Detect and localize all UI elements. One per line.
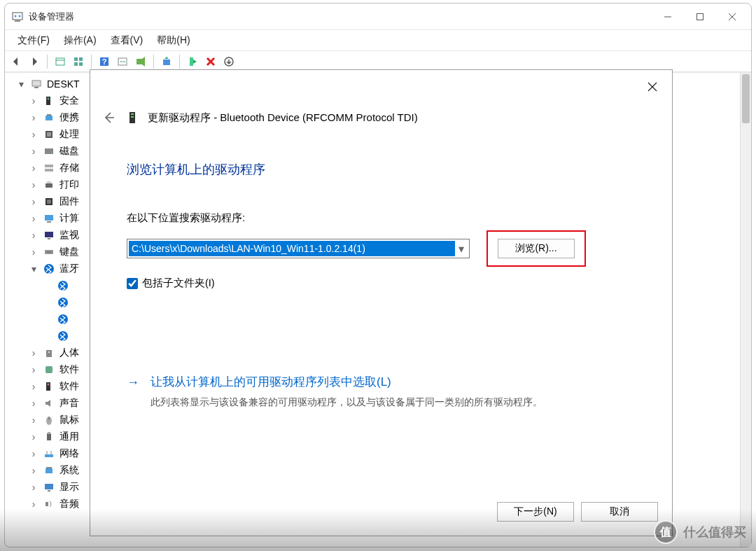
tree-item-label: 音频	[59, 498, 79, 510]
chevron-icon[interactable]: ›	[29, 180, 38, 190]
chevron-icon[interactable]: ›	[29, 449, 38, 459]
tree-item-label: 人体	[59, 347, 79, 359]
svg-rect-8	[56, 58, 64, 65]
include-subfolders-checkbox[interactable]	[127, 278, 138, 289]
dialog-close-button[interactable]	[638, 76, 666, 98]
svg-rect-11	[79, 57, 83, 61]
svg-rect-63	[46, 467, 52, 468]
display-icon	[43, 481, 55, 494]
chevron-icon[interactable]: ›	[29, 214, 38, 223]
watermark: 值 什么值得买	[654, 520, 746, 544]
scrollbar-vertical[interactable]	[740, 73, 751, 547]
chevron-icon[interactable]: ›	[29, 432, 38, 442]
audio-icon	[43, 397, 55, 410]
path-combobox[interactable]: ▾	[127, 239, 470, 258]
arrow-right-icon: →	[127, 375, 139, 410]
computer-icon	[30, 78, 43, 90]
chevron-icon[interactable]: ›	[29, 466, 38, 475]
chevron-down-icon[interactable]: ▾	[16, 79, 26, 89]
path-input[interactable]	[129, 241, 455, 256]
menu-file[interactable]: 文件(F)	[10, 32, 57, 49]
svg-rect-65	[48, 490, 50, 491]
tree-root-label: DESKT	[47, 78, 80, 90]
chevron-icon[interactable]: ›	[29, 146, 38, 156]
tree-item-label: 鼠标	[59, 414, 79, 426]
update-driver-dialog: 更新驱动程序 - Bluetooth Device (RFCOMM Protoc…	[90, 69, 673, 536]
svg-text:?: ?	[102, 57, 107, 66]
svg-point-32	[51, 152, 52, 153]
chevron-down-icon[interactable]: ▾	[455, 239, 468, 258]
device-icon	[127, 111, 141, 125]
computer-icon	[43, 212, 55, 225]
maximize-button[interactable]	[684, 6, 716, 27]
menu-action[interactable]: 操作(A)	[57, 32, 104, 49]
cpu-icon	[43, 128, 55, 141]
chevron-icon[interactable]: ›	[29, 230, 38, 240]
printer-icon	[43, 179, 55, 191]
tree-item-label: 显示	[59, 481, 79, 494]
pick-from-list-link[interactable]: 让我从计算机上的可用驱动程序列表中选取(L)	[150, 374, 542, 390]
tree-item-label: 软件	[59, 363, 79, 376]
svg-rect-42	[48, 238, 50, 239]
tree-item-label: 系统	[59, 464, 79, 477]
app-icon	[12, 11, 23, 22]
minimize-button[interactable]	[652, 6, 684, 27]
chevron-icon[interactable]: ›	[29, 415, 38, 425]
chevron-icon[interactable]: ›	[29, 382, 38, 391]
titlebar: 设备管理器	[5, 4, 751, 30]
back-icon[interactable]	[8, 53, 24, 70]
chevron-icon[interactable]: ›	[29, 130, 38, 139]
chevron-icon[interactable]: ›	[29, 398, 38, 408]
cancel-button[interactable]: 取消	[581, 502, 658, 522]
enable-icon[interactable]	[184, 53, 201, 70]
chevron-icon[interactable]: ›	[29, 163, 38, 173]
next-button[interactable]: 下一步(N)	[497, 502, 574, 522]
help-icon[interactable]: ?	[96, 53, 113, 70]
svg-rect-28	[47, 114, 51, 116]
chevron-icon[interactable]: ▾	[29, 264, 38, 274]
svg-rect-35	[46, 183, 52, 188]
tree-item-label: 软件	[59, 380, 79, 393]
chevron-icon[interactable]: ›	[29, 197, 38, 207]
software2-icon	[43, 380, 55, 393]
scan-hardware-icon[interactable]	[132, 53, 149, 70]
back-button[interactable]	[99, 108, 118, 127]
svg-rect-57	[47, 433, 51, 440]
portable-icon	[43, 111, 55, 124]
chevron-icon[interactable]: ›	[29, 365, 38, 375]
svg-rect-20	[163, 60, 170, 65]
chevron-icon[interactable]: ›	[29, 247, 38, 257]
chevron-icon[interactable]: ›	[29, 482, 38, 492]
tree-item-label: 便携	[59, 111, 79, 124]
svg-rect-24	[34, 87, 38, 88]
chevron-icon[interactable]: ›	[29, 113, 38, 123]
forward-icon[interactable]	[26, 53, 43, 70]
menu-help[interactable]: 帮助(H)	[150, 32, 197, 49]
tree-item-label: 监视	[59, 229, 79, 242]
bluetooth-icon	[57, 279, 69, 292]
tree-item-label: 处理	[59, 128, 79, 141]
window-title: 设备管理器	[29, 11, 74, 23]
remove-icon[interactable]	[202, 53, 219, 70]
tree-item-label: 打印	[59, 179, 79, 191]
close-button[interactable]	[716, 6, 748, 27]
svg-rect-10	[74, 57, 78, 61]
menu-view[interactable]: 查看(V)	[104, 32, 150, 49]
include-subfolders-label[interactable]: 包括子文件夹(I)	[142, 277, 215, 290]
chevron-icon[interactable]: ›	[29, 96, 38, 106]
svg-rect-21	[190, 57, 193, 66]
system-icon	[43, 464, 55, 477]
chevron-icon[interactable]: ›	[29, 348, 38, 358]
browse-button[interactable]: 浏览(R)...	[498, 239, 575, 258]
update-driver-toolbar-icon[interactable]	[158, 53, 175, 70]
uninstall-icon[interactable]	[220, 53, 237, 70]
svg-rect-1	[15, 20, 20, 22]
view-icon[interactable]	[70, 53, 87, 70]
dialog-footer: 下一步(N) 取消	[497, 502, 658, 522]
section-title: 浏览计算机上的驱动程序	[127, 161, 672, 178]
properties-icon[interactable]	[114, 53, 131, 70]
svg-rect-52	[46, 366, 52, 373]
show-hide-icon[interactable]	[52, 53, 69, 70]
firmware-icon	[43, 195, 55, 208]
chevron-icon[interactable]: ›	[29, 499, 38, 509]
